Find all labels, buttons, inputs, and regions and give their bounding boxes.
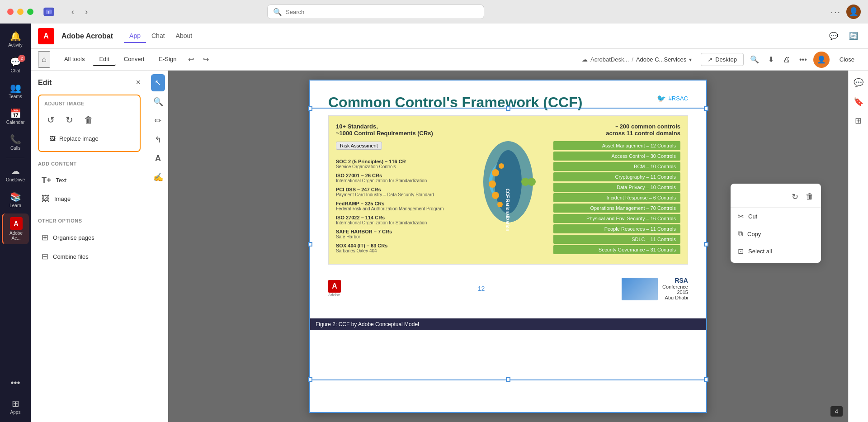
more-toolbar-button[interactable]: ••• xyxy=(797,53,810,66)
context-refresh-icon[interactable]: ↻ xyxy=(790,190,800,204)
svg-point-7 xyxy=(489,180,496,188)
redo-button[interactable]: ↪ xyxy=(199,52,212,66)
title-bar-right: ··· 👤 xyxy=(830,5,861,19)
handle-bottom-left[interactable] xyxy=(308,377,312,382)
search-input[interactable] xyxy=(286,9,478,15)
sidebar-item-chat[interactable]: 2 💬 Chat xyxy=(2,53,29,77)
sidebar-item-calls[interactable]: 📞 Calls xyxy=(2,130,29,154)
close-button[interactable]: Close xyxy=(833,53,861,66)
edit-panel-title: Edit xyxy=(38,79,52,87)
sidebar-item-calendar[interactable]: 📅 Calendar xyxy=(2,104,29,128)
sidebar-item-adobe[interactable]: A Adobe Ac... xyxy=(2,213,29,244)
pdf-content: Common Control's Framework (CCF) 🐦 #RSAC… xyxy=(310,81,706,318)
select-all-menu-item[interactable]: ⊡ Select all xyxy=(731,242,821,260)
standard-iso27022: ISO 27022 – 114 CRs International Organi… xyxy=(336,215,463,225)
back-button[interactable]: ‹ xyxy=(68,6,78,18)
sidebar-item-learn[interactable]: 📚 Learn xyxy=(2,188,29,212)
handle-bottom-center[interactable] xyxy=(506,377,510,382)
more-options-icon[interactable]: ··· xyxy=(830,7,841,17)
breadcrumb-path[interactable]: AcrobatDesk... xyxy=(590,56,629,63)
redo-image-button[interactable]: ↻ xyxy=(63,112,76,128)
control-sdlc: SDLC – 11 Controls xyxy=(553,235,680,244)
edit-button[interactable]: Edit xyxy=(93,53,115,66)
refresh-icon-btn[interactable]: 🔄 xyxy=(846,29,861,43)
header-right: 💬 🔄 xyxy=(826,29,861,43)
avatar[interactable]: 👤 xyxy=(846,5,861,19)
minimize-button[interactable] xyxy=(17,9,24,15)
forward-button[interactable]: › xyxy=(81,6,91,18)
edit-panel-close-button[interactable]: × xyxy=(136,78,141,87)
maximize-button[interactable] xyxy=(27,9,33,15)
delete-image-button[interactable]: 🗑 xyxy=(81,112,96,128)
undo-image-button[interactable]: ↺ xyxy=(44,112,57,128)
close-button[interactable] xyxy=(7,9,14,15)
select-all-icon: ⊡ xyxy=(738,247,744,256)
toolbar-actions: ↗ Desktop 🔍 ⬇ 🖨 ••• 👤 Close xyxy=(701,52,861,68)
adobe-icon: A xyxy=(10,217,23,230)
standards-list: SOC 2 (5 Principles) – 116 CR Service Or… xyxy=(336,159,463,253)
sidebar-item-more[interactable]: ••• xyxy=(2,374,29,393)
nav-about[interactable]: About xyxy=(170,29,198,43)
cut-menu-item[interactable]: ✂ Cut xyxy=(731,208,821,225)
risk-badge: Risk Assessment xyxy=(336,142,382,150)
pdf-area[interactable]: Common Control's Framework (CCF) 🐦 #RSAC… xyxy=(168,71,848,422)
signature-tool-button[interactable]: ✍ xyxy=(150,169,167,186)
acrobat-header: A Adobe Acrobat App Chat About 💬 🔄 xyxy=(31,24,868,49)
combine-option[interactable]: ⊟ Combine files xyxy=(38,248,141,265)
standard-pci: PCI DSS – 247 CRs Payment Card Industry … xyxy=(336,187,463,197)
nav-chat[interactable]: Chat xyxy=(146,29,170,43)
esign-button[interactable]: E-Sign xyxy=(152,53,183,66)
replace-image-icon: 🖼 xyxy=(50,135,56,142)
standard-fedramp: FedRAMP – 325 CRs Federal Risk and Autho… xyxy=(336,201,463,211)
right-bookmark-button[interactable]: 🔖 xyxy=(850,93,867,110)
curve-tool-button[interactable]: ↰ xyxy=(151,131,165,148)
desktop-label: Desktop xyxy=(715,56,737,63)
controls-right: ~ 200 common controlsacross 11 control d… xyxy=(553,123,680,256)
desktop-button[interactable]: ↗ Desktop xyxy=(701,53,744,66)
onedrive-icon: ☁ xyxy=(11,166,20,176)
image-label: Image xyxy=(54,195,71,202)
toolbar-separator xyxy=(54,54,54,65)
context-trash-icon[interactable]: 🗑 xyxy=(804,190,816,204)
download-button[interactable]: ⬇ xyxy=(765,52,777,66)
organise-option[interactable]: ⊞ Organise pages xyxy=(38,229,141,246)
print-button[interactable]: 🖨 xyxy=(780,53,793,66)
text-tool-button[interactable]: A xyxy=(151,150,165,167)
title-bar: T ‹ › 🔍 ··· 👤 xyxy=(0,0,868,24)
user-avatar[interactable]: 👤 xyxy=(813,52,830,68)
convert-button[interactable]: Convert xyxy=(118,53,151,66)
standard-safeharbor: SAFE HARBOR – 7 CRs Safe Harbor xyxy=(336,229,463,239)
sidebar-item-activity[interactable]: 🔔 Activity xyxy=(2,27,29,51)
all-tools-button[interactable]: All tools xyxy=(58,53,91,66)
sidebar-item-apps[interactable]: ⊞ Apps xyxy=(2,394,29,418)
home-button[interactable]: ⌂ xyxy=(38,51,50,68)
sidebar-item-onedrive[interactable]: ☁ OneDrive xyxy=(2,162,29,186)
right-grid-button[interactable]: ⊞ xyxy=(851,112,865,129)
adjust-image-label: ADJUST IMAGE xyxy=(44,101,134,106)
pen-tool-button[interactable]: ✏ xyxy=(151,112,165,129)
sidebar-item-teams[interactable]: 👥 Teams xyxy=(2,79,29,103)
toolbar: ⌂ All tools Edit Convert E-Sign ↩ ↪ ☁ Ac… xyxy=(31,49,868,71)
text-option[interactable]: T+ Text xyxy=(38,172,141,189)
search-bar[interactable]: 🔍 xyxy=(267,5,484,19)
replace-image-button[interactable]: 🖼 Replace image xyxy=(44,132,134,146)
search-button[interactable]: 🔍 xyxy=(747,52,762,66)
zoom-tool-button[interactable]: 🔍 xyxy=(150,93,167,110)
copy-menu-item[interactable]: ⧉ Copy xyxy=(731,225,821,242)
chevron-down-icon[interactable]: ▾ xyxy=(689,57,692,63)
svg-point-8 xyxy=(492,192,499,199)
sidebar-item-teams-label: Teams xyxy=(9,94,22,99)
text-icon: T+ xyxy=(42,175,52,185)
select-tool-button[interactable]: ↖ xyxy=(151,74,165,91)
undo-button[interactable]: ↩ xyxy=(184,52,198,66)
right-comments-button[interactable]: 💬 xyxy=(850,74,867,91)
nav-app[interactable]: App xyxy=(124,29,146,43)
image-tools: ↺ ↻ 🗑 xyxy=(44,112,134,128)
traffic-lights xyxy=(7,9,33,15)
image-option[interactable]: 🖼 Image xyxy=(38,190,141,207)
organise-label: Organise pages xyxy=(53,234,94,241)
comments-icon-btn[interactable]: 💬 xyxy=(826,29,841,43)
add-content-label: ADD CONTENT xyxy=(38,161,141,166)
adobe-logo: A xyxy=(38,28,54,44)
handle-bottom-right[interactable] xyxy=(704,377,708,382)
